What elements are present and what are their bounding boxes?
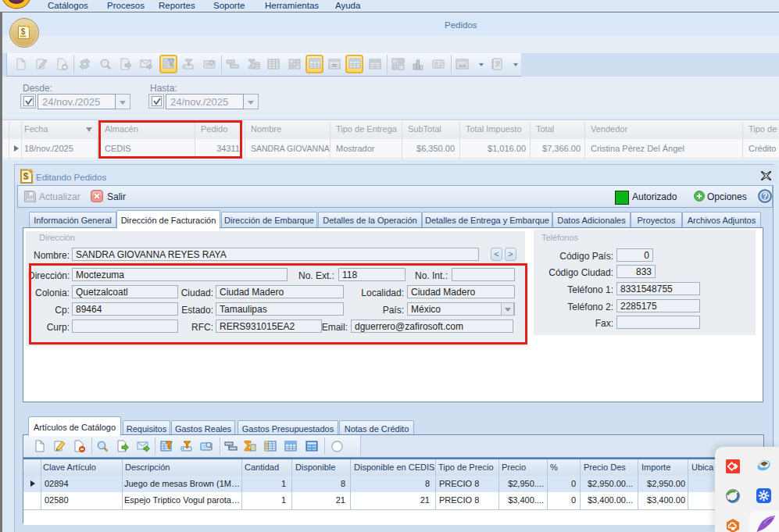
svg-text:$: $	[21, 27, 26, 36]
svg-text:?: ?	[763, 192, 767, 201]
svg-text:fx: fx	[332, 62, 338, 69]
